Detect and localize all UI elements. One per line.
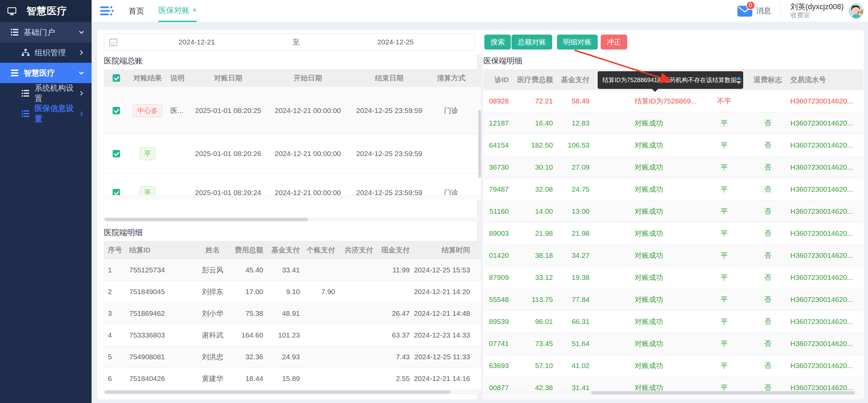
table-header-row: 序号结算ID姓名费用总额基金支付个账支付共济支付现金支付结算时间 bbox=[104, 241, 481, 259]
column-header: 清算方式 bbox=[431, 69, 471, 87]
scrollbar-thumb[interactable] bbox=[104, 390, 450, 394]
search-button[interactable]: 搜索 bbox=[484, 35, 511, 50]
error-tooltip: 结算ID为752886941的医药机构不存在该结算数据; bbox=[598, 71, 743, 89]
tab-close-icon[interactable]: × bbox=[192, 6, 197, 15]
table-cell bbox=[431, 134, 471, 173]
start-date-value[interactable]: 2024-12-21 bbox=[118, 38, 276, 46]
table-cell bbox=[104, 87, 129, 134]
messages-label: 消息 bbox=[756, 6, 771, 16]
table-row[interactable]: 0774173.4551.64对账成功平否H3607230014620... bbox=[483, 333, 863, 355]
table-row[interactable]: 中心多医...2025-01-01 08:20:252024-12-21 00:… bbox=[104, 87, 481, 134]
table-row[interactable]: 7948732.0824.75对账成功平否H3607230014620... bbox=[483, 178, 863, 200]
scrollbar-thumb[interactable] bbox=[478, 110, 481, 178]
table-cell bbox=[304, 346, 339, 367]
table-cell: 中心多 bbox=[129, 87, 166, 134]
horizontal-scrollbar[interactable] bbox=[483, 391, 859, 395]
table-cell: 谢科武 bbox=[194, 324, 232, 346]
table-row[interactable]: 6751840426黄建华18.4415.892.552024-12-21 14… bbox=[104, 368, 481, 389]
table-cell: 01420 bbox=[483, 245, 513, 266]
vertical-scrollbar[interactable] bbox=[478, 90, 481, 202]
tab-label: 首页 bbox=[129, 6, 144, 16]
table-row[interactable]: 8900321.9821.98对账成功平否H3607230014620... bbox=[483, 223, 863, 245]
table-cell bbox=[594, 178, 631, 200]
org-tree-icon bbox=[21, 48, 30, 57]
tab-insurance-reconciliation[interactable]: 医保对账 × bbox=[158, 0, 197, 22]
table-cell: 否 bbox=[749, 289, 786, 310]
horizontal-scrollbar[interactable] bbox=[104, 390, 481, 394]
tab-home[interactable]: 首页 bbox=[129, 0, 144, 22]
sidebar-item-smart-medical[interactable]: 智慧医疗 bbox=[0, 63, 92, 83]
table-cell: 否 bbox=[749, 223, 786, 244]
table-cell bbox=[594, 245, 631, 266]
table-row[interactable]: 1218716.4012.83对账成功平否H3607230014620... bbox=[483, 112, 863, 134]
total-reconcile-button[interactable]: 总额对账 bbox=[512, 35, 552, 50]
table-row[interactable]: 3673030.1027.09对账成功平否H3607230014620... bbox=[483, 156, 863, 178]
table-cell: 751840426 bbox=[125, 368, 194, 389]
table-row[interactable]: 0892872.2158.49结算ID为7528869...不平H3607230… bbox=[483, 90, 863, 112]
table-cell bbox=[594, 112, 631, 134]
table-cell: 否 bbox=[749, 178, 786, 200]
table-cell: 2024-12-21 14:20 bbox=[414, 281, 474, 302]
table-row[interactable]: 平2025-01-01 08:20:242024-12-21 00:00:002… bbox=[104, 173, 481, 195]
table-cell: 755125734 bbox=[125, 259, 194, 281]
avatar[interactable] bbox=[848, 3, 864, 19]
sidebar-item-label: 智慧医疗 bbox=[24, 68, 55, 78]
table-cell: 平 bbox=[699, 245, 749, 266]
select-all-checkbox[interactable] bbox=[113, 74, 120, 82]
table-cell: 1 bbox=[104, 259, 125, 281]
app-logo: 智慧医疗 bbox=[0, 0, 92, 22]
menu-toggle-icon[interactable] bbox=[100, 6, 114, 16]
date-range-input[interactable]: 2024-12-21 至 2024-12-25 bbox=[104, 33, 475, 51]
table-cell: 24.75 bbox=[557, 178, 594, 200]
sidebar-item-org-management[interactable]: 组织管理 bbox=[0, 42, 92, 63]
user-info[interactable]: 刘英(dyxcjz008) 收费室 bbox=[791, 2, 844, 19]
table-cell: H3607230014620... bbox=[786, 333, 863, 354]
sort-descending-icon[interactable] bbox=[736, 81, 741, 87]
user-department: 收费室 bbox=[791, 11, 844, 19]
table-row[interactable]: 64154182.50106.53对账成功平否H3607230014620... bbox=[483, 134, 863, 156]
table-row[interactable]: 平2025-01-01 08:20:262024-12-21 00:00:002… bbox=[104, 134, 481, 173]
table-row[interactable]: 0142038.1834.27对账成功平否H3607230014620... bbox=[483, 245, 863, 267]
table-cell: H3607230014620... bbox=[786, 245, 863, 266]
scrollbar-thumb[interactable] bbox=[104, 218, 308, 221]
table-cell: 26.47 bbox=[377, 303, 414, 324]
sidebar-item-system-org-settings[interactable]: 系统机构设置 bbox=[0, 83, 92, 103]
table-cell: 164.60 bbox=[232, 324, 267, 346]
detail-reconcile-button[interactable]: 明细对账 bbox=[557, 35, 598, 50]
scrollbar-thumb[interactable] bbox=[591, 391, 855, 395]
table-cell: 2 bbox=[104, 281, 125, 302]
messages-button[interactable]: 0 消息 bbox=[737, 5, 771, 17]
table-row[interactable]: 5754908081刘洪忠32.3624.937.432024-12-25 11… bbox=[104, 346, 481, 368]
row-checkbox[interactable] bbox=[113, 189, 120, 195]
table-row[interactable]: 5116014.0013.00对账成功平否H3607230014620... bbox=[483, 200, 863, 223]
table-row[interactable]: 2751849045刘捍东17.009.107.902024-12-21 14:… bbox=[104, 281, 481, 303]
reverse-button[interactable]: 冲正 bbox=[601, 35, 627, 50]
sort-carets[interactable] bbox=[736, 74, 741, 87]
column-header: 结算ID bbox=[125, 241, 194, 259]
sidebar-item-insurance-info-settings[interactable]: 医保信息设置 bbox=[0, 103, 92, 124]
table-cell: 41.02 bbox=[557, 355, 594, 377]
table-row[interactable]: 8953996.0166.31对账成功平否H3607230014620... bbox=[483, 311, 863, 333]
sort-ascending-icon[interactable] bbox=[736, 74, 741, 80]
table-cell: 45.40 bbox=[232, 259, 267, 281]
column-header: 交易流水号 bbox=[786, 69, 863, 90]
table-cell: 34.27 bbox=[557, 245, 594, 266]
table-row[interactable]: 55548113.7577.84对账成功平否H3607230014620... bbox=[483, 289, 863, 311]
row-checkbox[interactable] bbox=[113, 150, 120, 157]
table-row[interactable]: 4753336803谢科武164.60101.2363.372024-12-23… bbox=[104, 324, 481, 346]
table-row[interactable]: 1755125734彭云风45.4033.4111.992024-12-25 1… bbox=[104, 259, 481, 281]
table-row[interactable]: 8790933.1219.38对账成功平否H3607230014620... bbox=[483, 267, 863, 289]
horizontal-scrollbar[interactable] bbox=[104, 217, 481, 222]
table-row[interactable]: 0087742.3831.41对账成功平否H3607230014620... bbox=[483, 377, 863, 399]
table-cell: 否 bbox=[749, 156, 786, 178]
row-checkbox[interactable] bbox=[113, 107, 120, 114]
sidebar-item-basic-portal[interactable]: 基础门户 bbox=[0, 22, 92, 42]
sidebar-item-label: 组织管理 bbox=[35, 47, 66, 58]
table-row[interactable]: 6369357.1041.02对账成功平否H3607230014620... bbox=[483, 355, 863, 377]
table-row[interactable]: 3751869462刘小华75.3848.9126.472024-12-21 1… bbox=[104, 303, 481, 324]
list-icon bbox=[10, 28, 19, 37]
end-date-value[interactable]: 2024-12-25 bbox=[316, 38, 475, 46]
table-cell: 42.38 bbox=[513, 377, 557, 399]
table-cell bbox=[594, 223, 631, 244]
table-cell: 08928 bbox=[483, 90, 513, 112]
